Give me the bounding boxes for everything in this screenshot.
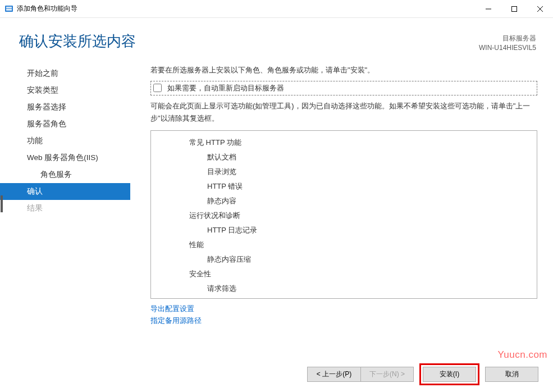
export-config-link[interactable]: 导出配置设置 — [150, 303, 537, 315]
maximize-button[interactable] — [501, 0, 527, 18]
previous-button[interactable]: < 上一步(P) — [307, 367, 360, 382]
svg-rect-4 — [512, 7, 517, 12]
content: 若要在所选服务器上安装以下角色、角色服务或功能，请单击"安装"。 如果需要，自动… — [130, 60, 553, 346]
sidebar-item-results: 结果 — [0, 200, 130, 217]
next-button: 下一步(N) > — [360, 367, 414, 382]
sidebar-item-web-server-role-iis[interactable]: Web 服务器角色(IIS) — [0, 149, 130, 166]
sidebar: 开始之前 安装类型 服务器选择 服务器角色 功能 Web 服务器角色(IIS) … — [0, 60, 130, 346]
sidebar-item-installation-type[interactable]: 安装类型 — [0, 82, 130, 99]
tree-item-request-filtering: 请求筛选 — [151, 281, 537, 296]
body: 开始之前 安装类型 服务器选择 服务器角色 功能 Web 服务器角色(IIS) … — [0, 60, 553, 346]
sidebar-item-features[interactable]: 功能 — [0, 133, 130, 149]
watermark: Yuucn.com — [497, 349, 547, 361]
tree-item-http-errors: HTTP 错误 — [151, 179, 537, 194]
sidebar-accent — [1, 195, 3, 212]
header: 确认安装所选内容 目标服务器 WIN-U14HIESVIL5 — [0, 18, 553, 60]
tree-item-directory-browsing: 目录浏览 — [151, 165, 537, 179]
tree-group-security: 安全性 — [151, 267, 537, 281]
window-controls — [476, 0, 553, 17]
description-text: 若要在所选服务器上安装以下角色、角色服务或功能，请单击"安装"。 — [150, 64, 537, 76]
footer-buttons: < 上一步(P) 下一步(N) > 安装(I) 取消 — [307, 363, 538, 385]
app-icon — [4, 4, 13, 13]
window-title: 添加角色和功能向导 — [17, 4, 476, 13]
minimize-button[interactable] — [476, 0, 501, 18]
specify-alt-source-link[interactable]: 指定备用源路径 — [150, 315, 537, 327]
feature-list[interactable]: 常见 HTTP 功能 默认文档 目录浏览 HTTP 错误 静态内容 运行状况和诊… — [150, 130, 537, 299]
tree-item-static-content: 静态内容 — [151, 194, 537, 208]
svg-rect-1 — [6, 7, 12, 8]
tree-item-static-compression: 静态内容压缩 — [151, 252, 537, 267]
tree-group-health-diagnostics: 运行状况和诊断 — [151, 208, 537, 223]
install-highlight: 安装(I) — [419, 363, 479, 385]
tree-group-performance: 性能 — [151, 238, 537, 252]
sidebar-item-before-you-begin[interactable]: 开始之前 — [0, 65, 130, 82]
install-button[interactable]: 安装(I) — [423, 367, 476, 382]
page-title: 确认安装所选内容 — [19, 31, 136, 51]
sidebar-item-confirmation[interactable]: 确认 — [0, 183, 130, 200]
target-label: 目标服务器 — [479, 34, 536, 43]
sidebar-item-server-roles[interactable]: 服务器角色 — [0, 116, 130, 133]
svg-rect-2 — [6, 8, 12, 11]
cancel-button[interactable]: 取消 — [485, 367, 538, 382]
tree-item-default-documents: 默认文档 — [151, 150, 537, 165]
auto-restart-checkbox[interactable] — [153, 84, 162, 92]
auto-restart-label: 如果需要，自动重新启动目标服务器 — [167, 82, 284, 94]
target-server-info: 目标服务器 WIN-U14HIESVIL5 — [479, 31, 536, 53]
sidebar-item-role-services[interactable]: 角色服务 — [0, 166, 130, 183]
note-text: 可能会在此页面上显示可选功能(如管理工具)，因为已自动选择这些功能。如果不希望安… — [150, 100, 537, 125]
sidebar-item-server-selection[interactable]: 服务器选择 — [0, 99, 130, 116]
nav-button-group: < 上一步(P) 下一步(N) > — [307, 367, 414, 382]
links: 导出配置设置 指定备用源路径 — [150, 303, 537, 327]
titlebar: 添加角色和功能向导 — [0, 0, 553, 18]
auto-restart-checkbox-row[interactable]: 如果需要，自动重新启动目标服务器 — [150, 81, 537, 95]
tree-item-http-logging: HTTP 日志记录 — [151, 223, 537, 238]
target-name: WIN-U14HIESVIL5 — [479, 43, 536, 53]
tree-group-http-features: 常见 HTTP 功能 — [151, 135, 537, 150]
close-button[interactable] — [527, 0, 553, 18]
